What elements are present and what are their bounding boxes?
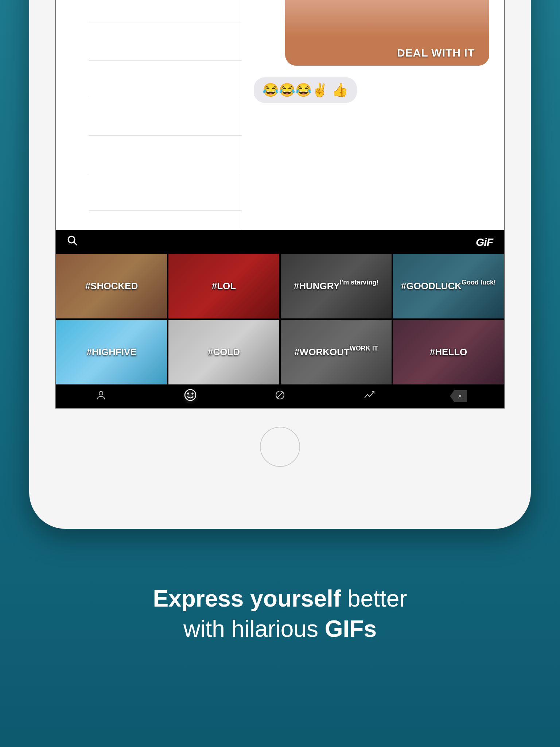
gif-cell-shocked[interactable]: #SHOCKED bbox=[56, 254, 167, 318]
gif-grid: #SHOCKED #LOL #HUNGRYI'm starving! #GOOD… bbox=[56, 254, 504, 384]
gif-cell-cold[interactable]: #COLD bbox=[168, 320, 279, 384]
gif-cell-hungry[interactable]: #HUNGRYI'm starving! bbox=[281, 254, 392, 318]
empty-rows bbox=[56, 0, 242, 211]
gif-caption: DEAL WITH IT bbox=[397, 47, 475, 59]
gif-cell-hello[interactable]: #HELLO bbox=[393, 320, 504, 384]
ipad-screen: Edit Messages Brandon Details 🔍 Search bbox=[55, 0, 505, 409]
list-item bbox=[89, 61, 242, 98]
svg-point-6 bbox=[99, 391, 103, 395]
gif-cell-highfive[interactable]: #HIGHFIVE bbox=[56, 320, 167, 384]
list-item bbox=[89, 136, 242, 173]
keyboard-top-bar: GiF bbox=[56, 230, 504, 254]
keyboard-bottom-bar: × bbox=[56, 384, 504, 408]
emoji-icon[interactable] bbox=[181, 388, 199, 404]
bubble-tail bbox=[249, 90, 261, 101]
block-icon[interactable] bbox=[271, 390, 289, 403]
received-emoji-bubble[interactable]: 😂😂😂✌️ 👍 bbox=[254, 77, 357, 103]
bubble-tail bbox=[469, 55, 483, 66]
trending-icon[interactable] bbox=[361, 390, 379, 403]
gif-label: GiF bbox=[476, 236, 493, 248]
svg-line-11 bbox=[277, 392, 283, 398]
ipad-device-frame: Edit Messages Brandon Details 🔍 Search bbox=[29, 0, 531, 529]
list-item bbox=[89, 23, 242, 61]
search-icon[interactable] bbox=[67, 235, 78, 249]
gif-cell-goodluck[interactable]: #GOODLUCKGood luck! bbox=[393, 254, 504, 318]
list-item bbox=[89, 98, 242, 136]
list-item bbox=[89, 0, 242, 23]
svg-point-8 bbox=[188, 393, 189, 394]
svg-point-9 bbox=[192, 393, 193, 394]
delete-key[interactable]: × bbox=[450, 390, 468, 402]
svg-point-7 bbox=[185, 390, 196, 400]
gif-cell-lol[interactable]: #LOL bbox=[168, 254, 279, 318]
list-item bbox=[89, 173, 242, 211]
person-icon[interactable] bbox=[92, 390, 110, 403]
gif-cell-workout[interactable]: #WORKOUTWORK IT bbox=[281, 320, 392, 384]
home-button[interactable] bbox=[260, 427, 300, 467]
svg-line-5 bbox=[74, 242, 77, 245]
marketing-tagline: Express yourself better with hilarious G… bbox=[0, 584, 560, 644]
sent-gif-bubble[interactable]: DEAL WITH IT bbox=[285, 0, 489, 66]
gif-keyboard: GiF #SHOCKED #LOL #HUNGRYI'm starving! #… bbox=[56, 230, 504, 408]
emoji-text: 😂😂😂✌️ 👍 bbox=[262, 82, 348, 97]
svg-point-4 bbox=[68, 236, 75, 243]
